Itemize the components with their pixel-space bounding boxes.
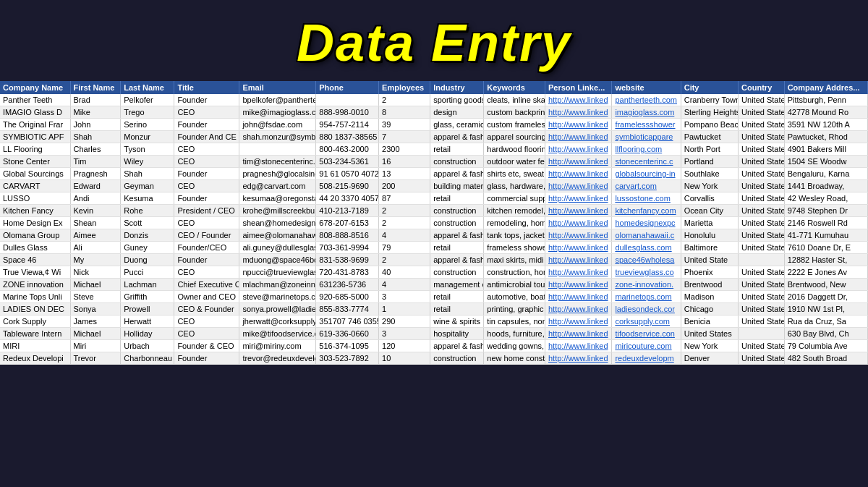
table-cell: kitchenfancy.com [612, 205, 681, 217]
table-cell: kesumaa@oregonsta [239, 192, 316, 205]
table-cell: Global Sourcings [0, 168, 70, 180]
table-cell: Founder [174, 94, 239, 106]
table-cell: 1441 Broadway, [784, 180, 867, 192]
table-cell: Rohe [121, 205, 174, 217]
table-cell: United States [739, 242, 785, 254]
table-cell: Pucci [121, 266, 174, 279]
table-cell: tin capsules, non [484, 316, 545, 328]
table-cell: Marine Tops Unli [0, 291, 70, 303]
table-cell: 2300 [379, 143, 430, 156]
table-cell: 2016 Daggett Dr, [784, 291, 867, 303]
table-cell: glass, hardware, [484, 180, 545, 192]
table-cell: stonecenterinc.c [612, 156, 681, 168]
table-cell: 79 [379, 242, 430, 254]
table-cell: construction [430, 205, 484, 217]
table-cell: apparel sourcing [484, 131, 545, 143]
table-cell: Shah [70, 131, 121, 143]
table-cell: Space 46 [0, 254, 70, 266]
table-cell: 3591 NW 120th A [784, 119, 867, 131]
table-cell: Home Design Ex [0, 217, 70, 229]
table-cell: printing, graphic i [484, 303, 545, 316]
table-cell: Lachman [121, 279, 174, 291]
table-cell: Pompano Beach [681, 119, 738, 131]
table-cell: Pawtucket, Rhod [784, 131, 867, 143]
col-industry: Industry [430, 81, 484, 94]
table-cell: 42778 Mound Ro [784, 106, 867, 119]
table-cell: remodeling, hom [484, 217, 545, 229]
table-cell: retail [430, 143, 484, 156]
table-cell: framelessshower [612, 119, 681, 131]
table-row: Stone CenterTimWileyCEOtim@stonecenterin… [0, 156, 868, 168]
table-cell: http://www.linked [545, 94, 612, 106]
data-table-wrapper: Company Name First Name Last Name Title … [0, 81, 868, 365]
table-row: Space 46MyDuongFoundermduong@space46bo83… [0, 254, 868, 266]
table-cell: new home constr [484, 352, 545, 365]
table-cell: United States [739, 131, 785, 143]
table-cell: http://www.linked [545, 106, 612, 119]
col-city: City [681, 81, 738, 94]
table-cell: http://www.linked [545, 328, 612, 340]
table-cell: http://www.linked [545, 205, 612, 217]
table-cell: Guney [121, 242, 174, 254]
table-cell: Geyman [121, 180, 174, 192]
table-cell: http://www.linked [545, 192, 612, 205]
table-cell: CEO [174, 328, 239, 340]
table-cell: lussostone.com [612, 192, 681, 205]
table-cell: outdoor water fe [484, 156, 545, 168]
col-email: Email [239, 81, 316, 94]
table-cell: 920-685-5000 [316, 291, 379, 303]
table-cell: john@fsdae.com [239, 119, 316, 131]
table-cell: Founder & CEO [174, 340, 239, 352]
table-cell: antimicrobial touc [484, 279, 545, 291]
table-cell: http://www.linked [545, 254, 612, 266]
table-cell: http://www.linked [545, 131, 612, 143]
table-cell: United States [739, 106, 785, 119]
table-cell: United States [681, 328, 738, 340]
table-cell: Nick [70, 266, 121, 279]
table-cell: 1 [379, 303, 430, 316]
table-cell: 13 [379, 168, 430, 180]
table-cell: apparel & fashion [430, 340, 484, 352]
table-cell: 888-998-0010 [316, 106, 379, 119]
table-cell: mike@imagioglass.cc [239, 106, 316, 119]
col-first-name: First Name [70, 81, 121, 94]
table-cell: Brad [70, 94, 121, 106]
table-cell: United States [739, 205, 785, 217]
table-cell: redeuxdevelopm [612, 352, 681, 365]
table-row: Cork SupplyJamesHerwattCEOjherwatt@corks… [0, 316, 868, 328]
table-cell: retail [430, 291, 484, 303]
table-cell: Pelkofer [121, 94, 174, 106]
table-cell: maxi skirts, midi : [484, 254, 545, 266]
table-row: True Viewa,¢ WiNickPucciCEOnpucci@truevi… [0, 266, 868, 279]
table-row: ZONE innovationMichaelLachmanChief Execu… [0, 279, 868, 291]
table-cell: retail [430, 242, 484, 254]
table-cell: krohe@millscreekbui [239, 205, 316, 217]
table-cell: automotive, boat [484, 291, 545, 303]
table-cell: 9748 Stephen Dr [784, 205, 867, 217]
table-cell: 7 [379, 131, 430, 143]
table-cell: 516-374-1095 [316, 340, 379, 352]
table-cell: CEO [174, 266, 239, 279]
table-cell: Tim [70, 156, 121, 168]
table-cell: 91 61 0570 4072 [316, 168, 379, 180]
table-cell: 41-771 Kumuhau [784, 229, 867, 242]
table-cell: United States [739, 192, 785, 205]
table-cell: Honolulu [681, 229, 738, 242]
table-cell: globalsourcing-in [612, 168, 681, 180]
table-cell: custom framelesS [484, 119, 545, 131]
table-cell: 3 [379, 291, 430, 303]
table-cell: 4901 Bakers Mill [784, 143, 867, 156]
col-title: Title [174, 81, 239, 94]
table-cell: Steve [70, 291, 121, 303]
table-cell: Rua da Cruz, Sa [784, 316, 867, 328]
table-cell: Serino [121, 119, 174, 131]
table-header-row: Company Name First Name Last Name Title … [0, 81, 868, 94]
table-cell: United States [739, 119, 785, 131]
table-cell: construction [430, 217, 484, 229]
table-cell: bpelkofer@pantherter [239, 94, 316, 106]
table-cell: 2146 Roswell Rd [784, 217, 867, 229]
table-cell: Portland [681, 156, 738, 168]
table-cell: United State [681, 254, 738, 266]
table-cell: 2 [379, 217, 430, 229]
table-cell: United States [739, 217, 785, 229]
